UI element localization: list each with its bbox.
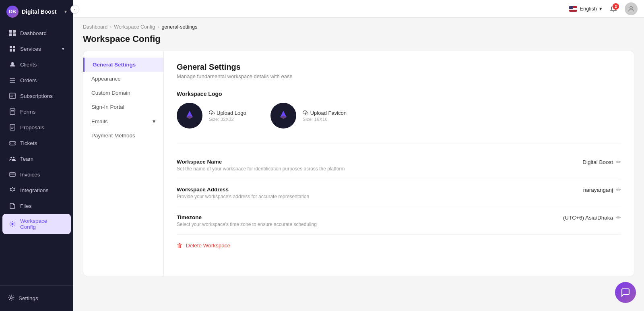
language-chevron-icon: ▾ — [599, 6, 602, 12]
workspace-name-edit-button[interactable]: ✏ — [616, 159, 621, 165]
settings-nav-custom-domain-label: Custom Domain — [91, 90, 130, 96]
files-icon — [9, 202, 16, 209]
notifications-button[interactable]: 2 — [607, 2, 620, 15]
sidebar-item-settings[interactable]: Settings — [6, 290, 67, 306]
sidebar-item-clients[interactable]: Clients — [2, 57, 71, 72]
subscriptions-icon — [9, 92, 16, 100]
timezone-value: (UTC+6) Asia/Dhaka — [563, 215, 613, 221]
settings-nav-emails-label: Emails — [91, 118, 108, 124]
timezone-value-row: (UTC+6) Asia/Dhaka ✏ — [563, 214, 621, 221]
settings-nav-custom-domain[interactable]: Custom Domain — [83, 86, 163, 100]
timezone-desc: Select your workspace's time zone to ens… — [177, 222, 317, 227]
tickets-icon — [9, 139, 16, 147]
sidebar-brand[interactable]: DB Digital Boost ▾ — [0, 0, 73, 23]
workspace-address-value-row: narayanganj ✏ — [583, 187, 621, 193]
sidebar-item-label: Subscriptions — [20, 93, 64, 99]
workspace-config-icon — [9, 220, 16, 228]
breadcrumb: Dashboard › Workspace Config › general-s… — [83, 24, 634, 30]
svg-point-23 — [10, 157, 12, 158]
settings-nav-general[interactable]: General Settings — [83, 58, 163, 72]
logo-row: Upload Logo Size: 32X32 — [177, 103, 621, 129]
svg-rect-7 — [13, 49, 15, 52]
logo-section-title: Workspace Logo — [177, 91, 621, 97]
svg-rect-20 — [11, 126, 14, 126]
sidebar-item-label: Clients — [20, 62, 64, 68]
sidebar-item-files[interactable]: Files — [2, 198, 71, 214]
logo-upload-item: Upload Logo Size: 32X32 — [177, 103, 246, 129]
svg-point-28 — [10, 297, 12, 299]
svg-rect-2 — [9, 33, 12, 36]
proposals-icon — [9, 124, 16, 131]
svg-rect-5 — [13, 46, 15, 48]
svg-rect-16 — [11, 110, 14, 111]
breadcrumb-current: general-settings — [161, 24, 197, 30]
workspace-address-desc: Provide your workspace's address for acc… — [177, 194, 309, 199]
sidebar-item-integrations[interactable]: Integrations — [2, 182, 71, 198]
emails-chevron-icon: ▾ — [153, 118, 155, 124]
sidebar-item-services[interactable]: Services ▾ — [2, 41, 71, 56]
breadcrumb-sep-2: › — [157, 24, 159, 30]
sidebar-item-tickets[interactable]: Tickets — [2, 135, 71, 151]
svg-rect-6 — [10, 49, 12, 52]
sidebar-item-dashboard[interactable]: Dashboard — [2, 25, 71, 41]
sidebar-item-team[interactable]: Team — [2, 151, 71, 166]
brand-name: Digital Boost — [22, 8, 61, 15]
user-avatar[interactable] — [625, 2, 638, 15]
sidebar-item-proposals[interactable]: Proposals — [2, 120, 71, 135]
workspace-address-label: Workspace Address — [177, 187, 309, 193]
workspace-name-value-row: Digital Boost ✏ — [582, 159, 621, 165]
svg-rect-10 — [10, 80, 15, 81]
favicon-size-text: Size: 16X16 — [303, 117, 347, 122]
sidebar-item-orders[interactable]: Orders — [2, 73, 71, 88]
workspace-name-value: Digital Boost — [582, 159, 613, 165]
sidebar-nav: Dashboard Services ▾ Clients Orders — [0, 23, 73, 285]
settings-nav-appearance-label: Appearance — [91, 76, 121, 82]
upload-favicon-button[interactable]: Upload Favicon — [303, 110, 347, 116]
svg-rect-0 — [9, 30, 12, 33]
clients-icon — [9, 61, 16, 68]
language-label: English — [580, 6, 597, 12]
logo-upload-controls: Upload Logo Size: 32X32 — [209, 110, 246, 122]
settings-panel: General Settings Appearance Custom Domai… — [83, 51, 634, 276]
sidebar-collapse-button[interactable]: ‹ — [70, 5, 79, 14]
breadcrumb-workspace-config[interactable]: Workspace Config — [114, 24, 155, 30]
sidebar-item-label: Orders — [20, 77, 64, 83]
chat-bubble-button[interactable] — [615, 282, 636, 303]
svg-rect-17 — [11, 112, 14, 112]
services-chevron-icon: ▾ — [62, 46, 64, 52]
workspace-address-value: narayanganj — [583, 187, 613, 193]
svg-rect-21 — [11, 127, 14, 127]
delete-icon: 🗑 — [177, 242, 183, 249]
logo-size-text: Size: 32X32 — [209, 117, 246, 122]
timezone-edit-button[interactable]: ✏ — [616, 214, 621, 221]
notification-badge: 2 — [613, 3, 619, 10]
settings-nav-appearance[interactable]: Appearance — [83, 72, 163, 86]
workspace-name-label: Workspace Name — [177, 159, 345, 165]
svg-rect-9 — [10, 78, 15, 79]
sidebar-item-subscriptions[interactable]: Subscriptions — [2, 88, 71, 104]
settings-nav-sign-in-portal[interactable]: Sign-In Portal — [83, 100, 163, 114]
content-area: Dashboard › Workspace Config › general-s… — [73, 18, 644, 311]
workspace-address-edit-button[interactable]: ✏ — [616, 187, 621, 193]
settings-nav-emails[interactable]: Emails ▾ — [83, 114, 163, 129]
settings-nav-general-label: General Settings — [93, 62, 136, 68]
delete-workspace-label: Delete Workspace — [186, 243, 230, 249]
sidebar-item-label: Invoices — [20, 172, 64, 178]
svg-rect-22 — [11, 128, 13, 129]
sidebar-item-workspace-config[interactable]: Workspace Config — [2, 214, 71, 234]
svg-rect-3 — [13, 33, 16, 36]
invoices-icon — [9, 171, 16, 178]
sidebar-item-invoices[interactable]: Invoices — [2, 167, 71, 182]
brand-chevron-icon: ▾ — [64, 9, 67, 15]
sidebar: DB Digital Boost ▾ Dashboard Services ▾ … — [0, 0, 73, 311]
delete-workspace-button[interactable]: 🗑 Delete Workspace — [177, 235, 621, 256]
settings-icon — [8, 294, 14, 302]
language-selector[interactable]: English ▾ — [569, 6, 602, 12]
breadcrumb-dashboard[interactable]: Dashboard — [83, 24, 107, 30]
upload-logo-button[interactable]: Upload Logo — [209, 110, 246, 116]
settings-nav-payment-methods[interactable]: Payment Methods — [83, 129, 163, 143]
sidebar-item-label: Files — [20, 203, 64, 209]
sidebar-item-forms[interactable]: Forms — [2, 104, 71, 119]
svg-rect-26 — [10, 174, 15, 174]
sidebar-footer: Settings — [0, 285, 73, 311]
